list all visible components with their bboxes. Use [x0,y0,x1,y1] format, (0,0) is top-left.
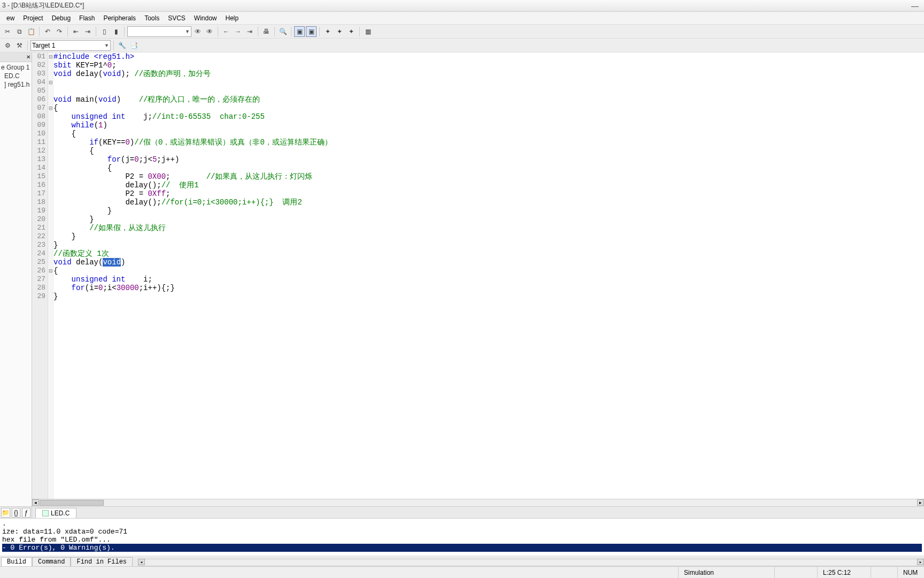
project-panel: ✕ e Group 1 ED.C ] reg51.h 📁 {} ƒ [0,52,32,518]
tree-item-led[interactable]: ED.C [1,72,30,80]
file-icon [42,510,49,516]
toolbar-main: ✂ ⧉ 📋 ↶ ↷ ⇤ ⇥ ▯ ▮ ▼ 👁 👁 ← → ⇥ 🖶 🔍 ▣ ▣ ✦ … [0,25,924,39]
copy-icon[interactable]: ⧉ [14,26,25,37]
indent-left-icon[interactable]: ⇤ [71,26,81,37]
bookmark-icon[interactable]: ▯ [99,26,110,37]
find-icon[interactable]: 👁 [192,26,203,37]
out-scroll-right-icon[interactable]: ▸ [917,559,924,565]
tool2-icon[interactable]: ✦ [334,26,345,37]
menu-debug[interactable]: Debug [48,13,75,23]
print-icon[interactable]: 🖶 [261,26,272,37]
indent-right-icon[interactable]: ⇥ [82,26,93,37]
bookmark2-icon[interactable]: ▮ [111,26,121,37]
editor-hscroll[interactable]: ◂ ▸ [32,499,924,506]
tool4-icon[interactable]: ▦ [363,26,373,37]
panel1-icon[interactable]: ▣ [294,26,305,37]
nav-back-icon[interactable]: ← [221,26,232,37]
tab-project-icon[interactable]: 📁 [1,508,10,518]
out-scroll-left-icon[interactable]: ◂ [138,559,145,565]
menu-help[interactable]: Help [221,13,243,23]
menu-bar: ewProjectDebugFlashPeripheralsToolsSVCSW… [0,12,924,25]
output-tab-find[interactable]: Find in Files [71,557,133,566]
tab-functions-icon[interactable]: ƒ [22,508,30,518]
title-bar: 3 - [D:\B站练习\LED\LED.C*] — [0,0,924,12]
status-cursor-pos: L:25 C:12 [817,567,871,578]
menu-ew[interactable]: ew [2,13,19,23]
scroll-right-icon[interactable]: ▸ [917,499,924,506]
find-combo[interactable]: ▼ [127,26,191,37]
build-icon[interactable]: ⚙ [2,40,13,51]
menu-window[interactable]: Window [190,13,221,23]
nav-fwd-icon[interactable]: → [233,26,243,37]
rebuild-icon[interactable]: ⚒ [14,40,25,51]
menu-project[interactable]: Project [19,13,47,23]
project-tree[interactable]: e Group 1 ED.C ] reg51.h [0,62,32,90]
status-num: NUM [897,567,924,578]
undo-icon[interactable]: ↶ [42,26,53,37]
tool3-icon[interactable]: ✦ [346,26,357,37]
find-next-icon[interactable]: 👁 [204,26,215,37]
panel-header: ✕ [0,52,32,62]
fold-gutter[interactable]: ⊟⊟⊟⊟ [48,52,53,499]
tool1-icon[interactable]: ✦ [322,26,333,37]
status-bar: Simulation L:25 C:12 NUM [0,566,924,578]
project-panel-tabs: 📁 {} ƒ [0,506,32,518]
editor-area: 0102030405060708091011121314151617181920… [32,52,924,518]
nav-last-icon[interactable]: ⇥ [244,26,255,37]
panel2-icon[interactable]: ▣ [306,26,317,37]
tree-item-reg51[interactable]: ] reg51.h [1,80,30,89]
target-combo-text: Target 1 [32,42,55,49]
status-blank2 [871,567,897,578]
scroll-left-icon[interactable]: ◂ [32,499,39,506]
menu-peripherals[interactable]: Peripherals [99,13,140,23]
build-output: .ize: data=11.0 xdata=0 code=71hex file … [0,518,924,566]
editor-tabs: LED.C [32,506,924,518]
target-options-icon[interactable]: 📑 [128,40,139,51]
options-icon[interactable]: 🔧 [117,40,127,51]
status-blank1 [774,567,817,578]
debug-icon[interactable]: 🔍 [278,26,288,37]
output-tabs: Build Command Find in Files ◂ ▸ [0,556,924,566]
status-mode: Simulation [678,567,774,578]
tree-group[interactable]: e Group 1 [1,63,30,72]
toolbar-build: ⚙ ⚒ Target 1▼ 🔧 📑 [0,39,924,52]
target-combo[interactable]: Target 1▼ [30,40,111,51]
cut-icon[interactable]: ✂ [2,26,13,37]
output-hscroll[interactable]: ◂ ▸ [138,559,924,566]
menu-flash[interactable]: Flash [75,13,99,23]
redo-icon[interactable]: ↷ [54,26,65,37]
menu-tools[interactable]: Tools [140,13,164,23]
line-gutter: 0102030405060708091011121314151617181920… [32,52,48,499]
output-lines[interactable]: .ize: data=11.0 xdata=0 code=71hex file … [0,519,924,556]
minimize-button[interactable]: — [908,2,922,10]
scroll-thumb[interactable] [40,500,104,506]
menu-svcs[interactable]: SVCS [164,13,190,23]
output-tab-build[interactable]: Build [1,557,32,566]
tab-books-icon[interactable]: {} [12,508,20,518]
paste-icon[interactable]: 📋 [26,26,36,37]
editor-tab-led[interactable]: LED.C [35,508,76,518]
editor-tab-label: LED.C [51,509,70,517]
app-title: 3 - [D:\B站练习\LED\LED.C*] [2,1,84,10]
output-tab-command[interactable]: Command [32,557,71,566]
code-editor[interactable]: #include <reg51.h>sbit KEY=P1^0;void del… [53,52,924,499]
